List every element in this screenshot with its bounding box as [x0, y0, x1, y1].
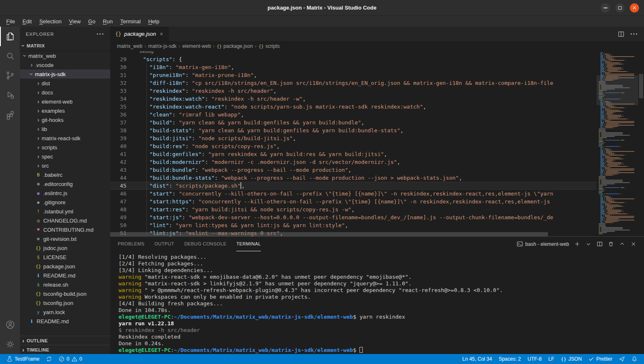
- search-icon[interactable]: [0, 46, 20, 66]
- vertical-scrollbar-thumb[interactable]: [639, 74, 643, 98]
- tree-item-lib[interactable]: lib: [20, 124, 110, 134]
- menu-selection[interactable]: Selection: [35, 17, 65, 26]
- breadcrumb-item-matrix-web[interactable]: matrix_web: [117, 43, 142, 49]
- tree-item-scripts[interactable]: scripts: [20, 143, 110, 152]
- breadcrumb-item-scripts[interactable]: {}scripts: [259, 43, 280, 49]
- tree-item-babelrc[interactable]: B.babelrc: [20, 170, 110, 179]
- tree-item-editorconfig[interactable]: ⚙.editorconfig: [20, 179, 110, 188]
- kill-terminal-icon[interactable]: [608, 241, 614, 247]
- tree-item-git-hooks[interactable]: git-hooks: [20, 115, 110, 124]
- code-editor[interactable]: Debug 29 "scripts": {30 "i18n": "matrix-…: [110, 51, 597, 236]
- tree-item-eslintrc-js[interactable]: ◉.eslintrc.js: [20, 188, 110, 198]
- tree-item-matrix-web[interactable]: matrix_web: [20, 51, 110, 60]
- status-item-testiframe[interactable]: TestIFrame: [4, 354, 42, 364]
- tree-item-contributing-md[interactable]: ♥CONTRIBUTING.md: [20, 225, 110, 234]
- menu-view[interactable]: View: [65, 17, 84, 26]
- code-line-29[interactable]: 29 "scripts": {: [110, 55, 597, 63]
- status-item-plane[interactable]: [617, 354, 627, 364]
- outline-section[interactable]: OUTLINE: [20, 336, 110, 345]
- code-line-33[interactable]: 33 "reskindex": "reskindex -h src/header…: [110, 87, 597, 95]
- status-item-spaces-2[interactable]: Spaces: 2: [496, 354, 523, 364]
- status-item-0[interactable]: 00: [56, 354, 84, 364]
- code-line-50[interactable]: 50 "lint": "yarn lint:types && yarn lint…: [110, 221, 597, 229]
- close-window-button[interactable]: [630, 3, 639, 12]
- tree-item-examples[interactable]: examples: [20, 106, 110, 115]
- editor-more-actions-icon[interactable]: [630, 30, 638, 38]
- panel-tab-debug-console[interactable]: DEBUG CONSOLE: [184, 237, 226, 251]
- code-line-35[interactable]: 35 "reskindex:watch-react": "node script…: [110, 103, 597, 111]
- code-line-30[interactable]: 30 "i18n": "matrix-gen-i18n",: [110, 63, 597, 71]
- terminal-output[interactable]: [1/4] Resolving packages...[2/4] Fetchin…: [110, 251, 644, 354]
- tree-item-src[interactable]: src: [20, 161, 110, 170]
- tree-item-spec[interactable]: spec: [20, 152, 110, 161]
- minimap-slider[interactable]: [597, 75, 638, 105]
- tree-item-tsconfig-json[interactable]: {}tsconfig.json: [20, 298, 110, 307]
- tree-item-changelog-md[interactable]: ◷CHANGELOG.md: [20, 216, 110, 225]
- run-and-debug-icon[interactable]: [0, 85, 20, 105]
- extensions-icon[interactable]: [0, 105, 20, 124]
- status-item-json[interactable]: {}JSON: [558, 354, 584, 364]
- code-line-46[interactable]: 46 "start": "concurrently --kill-others-…: [110, 190, 597, 198]
- menu-edit[interactable]: Edit: [19, 17, 35, 26]
- maximize-panel-icon[interactable]: [619, 241, 625, 247]
- workspace-section-matrix[interactable]: MATRIX: [20, 41, 110, 50]
- tree-item-package-json[interactable]: {}package.json: [20, 262, 110, 271]
- new-terminal-icon[interactable]: [574, 241, 580, 247]
- horizontal-scrollbar-thumb[interactable]: [110, 232, 548, 236]
- code-line-38[interactable]: 38 "build-stats": "yarn clean && yarn bu…: [110, 126, 597, 134]
- breadcrumb-item-package-json[interactable]: {}package.json: [217, 43, 253, 49]
- close-tab-icon[interactable]: [159, 32, 163, 36]
- code-line-48[interactable]: 48 "start:res": "yarn build:jitsi && nod…: [110, 206, 597, 213]
- breadcrumb-item-element-web[interactable]: element-web: [182, 43, 211, 49]
- code-line-39[interactable]: 39 "build:jitsi": "node scripts/build-ji…: [110, 134, 597, 142]
- panel-tab-output[interactable]: OUTPUT: [154, 237, 174, 251]
- code-line-44[interactable]: 44 "build:bundle-stats": "webpack --prog…: [110, 174, 597, 182]
- code-line-45[interactable]: 45 "dist": "scripts/package.sh",: [110, 182, 597, 190]
- panel-tab-problems[interactable]: PROBLEMS: [118, 237, 144, 251]
- minimize-button[interactable]: [601, 3, 610, 12]
- tab-package-json[interactable]: {} package.json: [110, 27, 169, 41]
- minimap[interactable]: [597, 51, 638, 236]
- code-line-32[interactable]: 32 "diff-i18n": "cp src/i18n/strings/en_…: [110, 79, 597, 87]
- settings-gear-icon[interactable]: [0, 334, 20, 354]
- chevron-down-icon[interactable]: [585, 241, 592, 247]
- status-item-sync[interactable]: [44, 354, 54, 364]
- code-line-42[interactable]: 42 "build:modernizr": "modernizr -c .mod…: [110, 158, 597, 166]
- panel-tab-terminal[interactable]: TERMINAL: [236, 237, 261, 251]
- tree-item-readme-md[interactable]: ℹREADME.md: [20, 317, 110, 326]
- code-line-47[interactable]: 47 "start:https": "concurrently --kill-o…: [110, 198, 597, 206]
- codelens-debug[interactable]: Debug: [110, 51, 597, 55]
- tree-item-matrix-js-sdk[interactable]: matrix-js-sdk: [20, 69, 110, 79]
- tree-item-git-revision-txt[interactable]: ≡git-revision.txt: [20, 234, 110, 243]
- code-line-36[interactable]: 36 "clean": "rimraf lib webapp",: [110, 111, 597, 119]
- split-terminal-icon[interactable]: [597, 241, 603, 247]
- tree-item-dist[interactable]: dist: [20, 79, 110, 88]
- vertical-scrollbar[interactable]: [638, 51, 644, 236]
- menu-terminal[interactable]: Terminal: [116, 17, 144, 26]
- breadcrumb-item-matrix-js-sdk[interactable]: matrix-js-sdk: [148, 43, 176, 49]
- code-line-37[interactable]: 37 "build": "yarn clean && yarn build:ge…: [110, 119, 597, 126]
- status-item-prettier[interactable]: Prettier: [586, 354, 615, 364]
- menu-run[interactable]: Run: [99, 17, 116, 26]
- status-item-ln-45-col-34[interactable]: Ln 45, Col 34: [460, 354, 494, 364]
- menu-help[interactable]: Help: [144, 17, 163, 26]
- tree-item-docs[interactable]: docs: [20, 88, 110, 97]
- tree-item-jsdoc-json[interactable]: {}jsdoc.json: [20, 243, 110, 253]
- code-line-41[interactable]: 41 "build:genfiles": "yarn reskindex && …: [110, 150, 597, 158]
- tree-item-license[interactable]: §LICENSE: [20, 253, 110, 262]
- tree-item-readme-md[interactable]: ℹREADME.md: [20, 271, 110, 280]
- tree-item-element-web[interactable]: element-web: [20, 97, 110, 106]
- tree-item-yarn-lock[interactable]: yyarn.lock: [20, 307, 110, 317]
- menu-file[interactable]: File: [2, 17, 19, 26]
- tree-item-tsconfig-build-json[interactable]: {}tsconfig-build.json: [20, 289, 110, 298]
- explorer-more-actions-icon[interactable]: [97, 30, 104, 38]
- terminal-selector[interactable]: bash - element-web: [517, 241, 569, 247]
- source-control-icon[interactable]: [0, 66, 20, 85]
- explorer-icon[interactable]: [0, 27, 20, 46]
- maximize-button[interactable]: [615, 3, 624, 12]
- timeline-section[interactable]: TIMELINE: [20, 345, 110, 354]
- code-line-40[interactable]: 40 "build:res": "node scripts/copy-res.j…: [110, 142, 597, 150]
- menu-go[interactable]: Go: [84, 17, 99, 26]
- tree-item-release-sh[interactable]: $release.sh: [20, 280, 110, 289]
- status-item-bell[interactable]: [629, 354, 640, 364]
